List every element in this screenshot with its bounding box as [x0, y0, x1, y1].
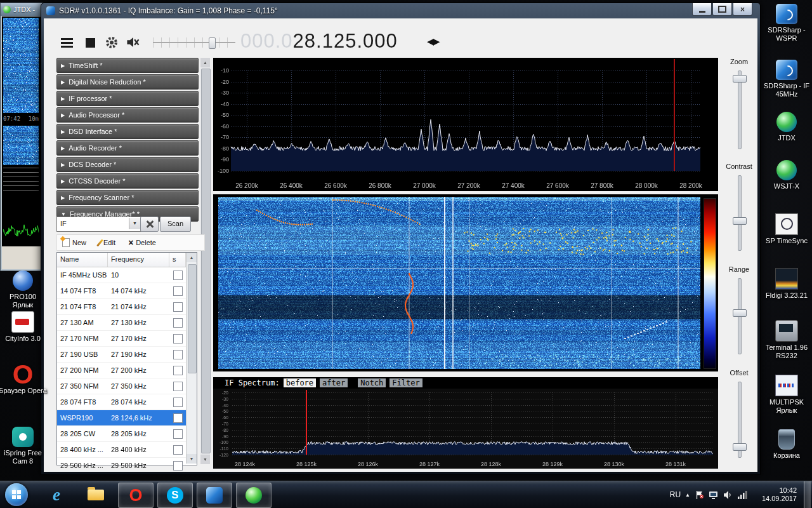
panel-header-ctcss-decoder[interactable]: ▶CTCSS Decoder * [56, 173, 199, 189]
jtdx-waterfall-lower[interactable] [3, 126, 39, 165]
checkbox[interactable] [173, 286, 183, 296]
table-row[interactable]: 28 205 CW28 205 kHz [57, 426, 197, 442]
desktop-icon-wsjt-x[interactable]: WSJT-X [763, 160, 811, 190]
desktop-icon-sdrsharp-wspr[interactable]: SDRSharp - WSPR [763, 4, 811, 43]
range-slider-thumb[interactable] [733, 309, 747, 317]
offset-slider-thumb[interactable] [733, 443, 747, 451]
checkbox[interactable] [173, 318, 183, 328]
checkbox[interactable] [173, 366, 183, 375]
step-up-icon[interactable]: ▶ [433, 36, 440, 46]
table-row[interactable]: IF 45MHz USB10 [57, 267, 197, 283]
if-spectrum-canvas[interactable] [213, 389, 718, 469]
show-desktop-button[interactable] [804, 481, 811, 508]
if-button-after[interactable]: after [320, 378, 348, 387]
table-row[interactable]: 14 074 FT814 074 kHz [57, 283, 197, 299]
column-header-frequency[interactable]: Frequency [108, 253, 169, 267]
panel-header-timeshift[interactable]: ▶TimeShift * [56, 58, 199, 73]
tools-button[interactable] [140, 217, 159, 232]
panel-header-dcs-decoder[interactable]: ▶DCS Decoder * [56, 157, 199, 172]
column-header-scan[interactable]: s [169, 253, 186, 267]
desktop-icon-jtdx[interactable]: JTDX [763, 112, 811, 142]
taskbar-button-opera[interactable]: O [118, 483, 154, 508]
edit-button[interactable]: Edit [99, 239, 115, 247]
taskbar-button-explorer[interactable] [79, 483, 113, 507]
minimize-button[interactable] [692, 3, 712, 16]
taskbar-button-jtdx[interactable] [236, 483, 272, 508]
waterfall-canvas[interactable] [218, 197, 700, 369]
desktop-icon-корзина[interactable]: Корзина [763, 429, 811, 460]
table-row[interactable]: 28 400 kHz ...28 400 kHz [57, 442, 197, 458]
desktop-icon-cityinfo-3-0[interactable]: CityInfo 3.0 [0, 311, 47, 343]
desktop-icon-браузер-opera[interactable]: OБраузер Opera [0, 364, 47, 395]
close-button[interactable]: × [733, 3, 752, 16]
scroll-up-icon[interactable]: ▲ [187, 253, 197, 262]
action-center-flag-icon[interactable] [695, 490, 704, 500]
title-bar[interactable]: SDR# v1.0.0.1361 - IQ Imbalance: Gain = … [41, 3, 760, 18]
display-tray-icon[interactable] [709, 490, 719, 500]
scroll-down-icon[interactable]: ▼ [187, 454, 197, 464]
column-header-name[interactable]: Name [57, 253, 108, 267]
desktop-icon-fldigi-3-23-21[interactable]: Fldigi 3.23.21 [763, 268, 811, 300]
scroll-up-icon[interactable]: ▲ [200, 58, 210, 67]
table-scrollbar-thumb[interactable] [188, 264, 197, 373]
language-indicator[interactable]: RU [670, 490, 681, 499]
stop-button[interactable] [86, 38, 95, 48]
delete-button[interactable]: ×Delete [128, 239, 156, 246]
checkbox[interactable] [173, 461, 183, 471]
mute-speaker-icon[interactable] [126, 37, 140, 50]
scan-button[interactable]: Scan [160, 217, 191, 232]
table-row[interactable]: 27 350 NFM27 350 kHz [57, 378, 197, 394]
new-button[interactable]: New [62, 238, 86, 247]
step-down-icon[interactable]: ◀ [427, 36, 433, 46]
checkbox[interactable] [173, 334, 183, 344]
volume-slider[interactable] [153, 37, 235, 48]
table-row[interactable]: 27 170 NFM27 170 kHz [57, 331, 197, 347]
desktop-icon-ispring-free-cam-8[interactable]: iSpring Free Cam 8 [0, 427, 47, 465]
panel-header-audio-processor[interactable]: ▶Audio Processor * [56, 107, 199, 123]
table-row[interactable]: WSPR19028 124,6 kHz [57, 410, 197, 426]
checkbox[interactable] [173, 350, 183, 359]
rf-spectrum-canvas[interactable] [213, 58, 718, 191]
contrast-slider-thumb[interactable] [733, 217, 747, 225]
frequency-value[interactable]: 28.125.000 [293, 30, 398, 52]
checkbox[interactable] [173, 413, 183, 423]
desktop-icon-terminal-1-96-rs232[interactable]: Terminal 1.96 RS232 [763, 320, 811, 360]
panel-header-audio-recorder[interactable]: ▶Audio Recorder * [56, 140, 199, 156]
if-button-filter[interactable]: Filter [390, 378, 422, 387]
volume-slider-thumb[interactable] [209, 37, 216, 49]
frequency-step-buttons[interactable]: ◀▶ [427, 36, 440, 46]
clock[interactable]: 10:42 14.09.2017 [755, 486, 797, 503]
checkbox[interactable] [173, 398, 183, 407]
panel-header-frequency-scanner[interactable]: ▶Frequency Scanner * [56, 190, 199, 205]
checkbox[interactable] [173, 429, 183, 439]
checkbox[interactable] [173, 382, 183, 391]
checkbox[interactable] [173, 302, 183, 312]
settings-gear-icon[interactable] [105, 36, 119, 52]
jtdx-title-bar[interactable]: JTDX - [1, 3, 45, 16]
taskbar-button-skype[interactable]: S [157, 483, 193, 508]
panel-header-if-processor[interactable]: ▶IF processor * [56, 91, 199, 106]
panel-scrollbar[interactable]: ▲ ▼ [200, 58, 210, 464]
panel-header-dsd-interface[interactable]: ▶DSD Interface * [56, 124, 199, 139]
table-header[interactable]: Name Frequency s [57, 253, 197, 267]
if-button-before[interactable]: before [284, 378, 316, 387]
table-row[interactable]: 27 200 NFM27 200 kHz [57, 363, 197, 378]
chevron-down-icon[interactable]: ▼ [129, 218, 140, 229]
desktop-icon-pro100-ярлык[interactable]: PRO100 Ярлык [0, 271, 47, 309]
if-button-notch[interactable]: Notch [358, 378, 386, 387]
taskbar-button-ie[interactable]: e [39, 483, 74, 507]
panel-scrollbar-thumb[interactable] [201, 69, 211, 453]
taskbar-button-sdrsharp[interactable] [197, 483, 232, 508]
scroll-down-icon[interactable]: ▼ [200, 455, 210, 464]
contrast-slider[interactable] [738, 175, 742, 251]
table-row[interactable]: 27 130 AM27 130 kHz [57, 315, 197, 331]
maximize-button[interactable] [712, 3, 732, 16]
panel-header-digital-noise-reduction[interactable]: ▶Digital Noise Reduction * [56, 74, 199, 90]
table-row[interactable]: 29 500 kHz ...29 500 kHz [57, 458, 197, 472]
desktop-icon-sp-timesync[interactable]: SP TimeSync [763, 213, 811, 245]
volume-tray-icon[interactable] [723, 490, 733, 500]
menu-button[interactable] [61, 38, 73, 50]
checkbox[interactable] [173, 445, 183, 455]
tray-expand-icon[interactable]: ▲ [685, 492, 690, 498]
group-dropdown[interactable]: IF ▼ [56, 217, 141, 232]
